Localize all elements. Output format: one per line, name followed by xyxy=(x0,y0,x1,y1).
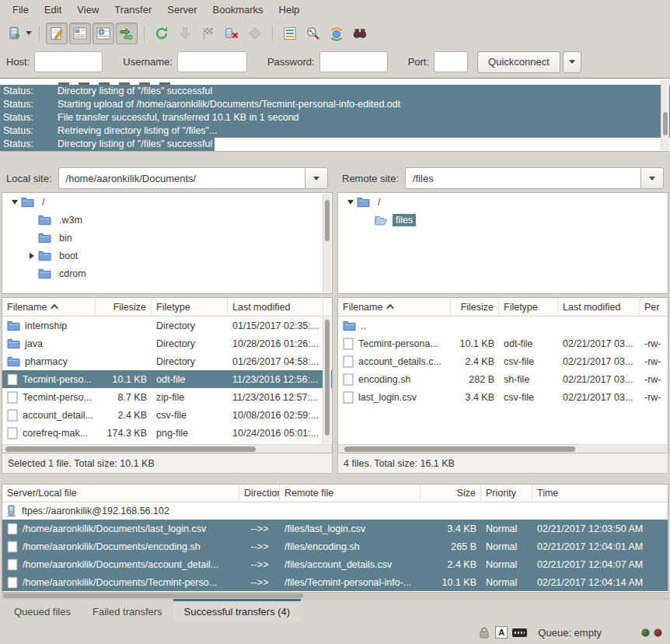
tree-item-files[interactable]: files xyxy=(338,211,668,229)
transfer-row[interactable]: /home/aaronkilik/Documents/last_login.cs… xyxy=(2,520,668,537)
file-row[interactable]: account_details.c...2.4 KBcsv-file02/21/… xyxy=(338,352,668,370)
local-site-dropdown-button[interactable] xyxy=(305,167,328,189)
disconnect-button[interactable] xyxy=(221,23,243,44)
directory-comparison-button[interactable] xyxy=(302,23,324,44)
file-row[interactable]: Tecmint-perso...8.7 KBzip-file11/23/2016… xyxy=(2,388,332,406)
column-header-per[interactable]: Per xyxy=(640,298,668,316)
scrollbar-thumb[interactable] xyxy=(5,446,256,452)
toggle-local-tree-button[interactable] xyxy=(69,23,91,44)
quickconnect-dropdown-button[interactable] xyxy=(563,51,581,73)
toggle-transfer-queue-button[interactable] xyxy=(116,23,138,44)
queue-column-header-server-local-file[interactable]: Server/Local file xyxy=(2,485,239,502)
file-row[interactable]: Tecmint-perso...10.1 KBodt-file11/23/201… xyxy=(2,370,332,388)
username-input[interactable] xyxy=(177,51,247,72)
log-row[interactable]: Status:Directory listing of "/files" suc… xyxy=(0,85,670,98)
synchronized-browsing-button[interactable] xyxy=(326,23,347,44)
directory-filter-button[interactable] xyxy=(279,23,301,44)
log-row[interactable]: Status:File transfer successful, transfe… xyxy=(0,111,670,124)
file-row[interactable]: internshipDirectory01/15/2017 02:35:... xyxy=(2,317,332,334)
remote-site-dropdown-button[interactable] xyxy=(640,167,664,189)
reconnect-button[interactable] xyxy=(244,23,266,44)
queue-server-row[interactable]: ftpes://aaronkilik@192.168.56.102 xyxy=(2,502,668,520)
file-row[interactable]: encoding.sh282 Bsh-file02/21/2017 03...-… xyxy=(338,370,668,388)
file-row[interactable]: last_login.csv3.4 KBcsv-file02/21/2017 0… xyxy=(338,388,668,406)
local-site-combo[interactable]: /home/aaronkilik/Documents/ xyxy=(58,167,328,189)
tree-item-[interactable]: / xyxy=(2,193,332,211)
find-files-button[interactable] xyxy=(349,23,371,44)
menu-item-bookmarks[interactable]: Bookmarks xyxy=(205,0,271,20)
scrollbar-thumb[interactable] xyxy=(3,593,303,598)
cancel-button[interactable] xyxy=(197,23,219,44)
local-site-value[interactable]: /home/aaronkilik/Documents/ xyxy=(58,167,305,189)
local-horizontal-scrollbar[interactable] xyxy=(2,444,332,453)
tree-vertical-scrollbar[interactable] xyxy=(323,194,331,292)
queue-column-header-priority[interactable]: Priority xyxy=(481,485,532,502)
remote-site-combo[interactable]: /files xyxy=(405,167,664,189)
folder-open-icon xyxy=(374,215,388,226)
speed-limit-icon[interactable] xyxy=(512,628,527,637)
log-row[interactable]: Status:Retrieving directory listing of "… xyxy=(0,124,670,138)
scrollbar-thumb[interactable] xyxy=(325,200,330,241)
port-input[interactable] xyxy=(434,51,468,72)
column-header-filetype[interactable]: Filetype xyxy=(152,298,228,316)
file-row[interactable]: .. xyxy=(338,317,668,334)
tree-expander-icon[interactable] xyxy=(26,253,38,259)
toggle-message-log-button[interactable] xyxy=(46,23,68,44)
menu-item-edit[interactable]: Edit xyxy=(37,0,69,20)
queue-horizontal-scrollbar[interactable] xyxy=(2,593,668,599)
process-queue-button[interactable] xyxy=(174,23,196,44)
host-input[interactable] xyxy=(34,51,103,72)
queue-column-header-size[interactable]: Size xyxy=(420,485,481,502)
queue-column-header-direction[interactable]: Direction xyxy=(239,485,280,502)
scrollbar-thumb[interactable] xyxy=(663,112,668,135)
tree-expander-icon[interactable] xyxy=(344,200,357,205)
refresh-button[interactable] xyxy=(151,23,173,44)
remote-site-value[interactable]: /files xyxy=(405,167,640,189)
file-row[interactable]: Tecmint-persona...10.1 KBodt-file02/21/2… xyxy=(338,334,668,352)
tree-item-bin[interactable]: bin xyxy=(2,229,332,247)
column-header-filesize[interactable]: Filesize xyxy=(451,298,499,316)
password-input[interactable] xyxy=(319,51,388,72)
tab-successful-transfers-4-[interactable]: Successful transfers (4) xyxy=(173,599,302,621)
file-row[interactable]: account_detail...2.4 KBcsv-file10/08/201… xyxy=(2,406,332,424)
queue-column-header-time[interactable]: Time xyxy=(532,485,668,502)
menu-item-file[interactable]: File xyxy=(5,0,37,20)
transfer-row[interactable]: /home/aaronkilik/Documents/account_detai… xyxy=(2,555,668,573)
tab-failed-transfers[interactable]: Failed transfers xyxy=(82,599,173,621)
scrollbar-thumb[interactable] xyxy=(325,320,330,436)
queue-column-header-remote-file[interactable]: Remote file xyxy=(280,485,420,502)
tree-item-[interactable]: / xyxy=(338,193,668,211)
column-header-filename[interactable]: Filename xyxy=(338,298,451,316)
column-header-filename[interactable]: Filename xyxy=(2,298,96,316)
menu-item-help[interactable]: Help xyxy=(271,0,308,20)
tree-item-boot[interactable]: boot xyxy=(2,247,332,264)
data-type-indicator-icon[interactable]: A xyxy=(495,626,508,639)
log-row[interactable]: Status:Starting upload of /home/aaronkil… xyxy=(0,98,670,111)
menu-item-server[interactable]: Server xyxy=(159,0,204,20)
transfer-row[interactable]: /home/aaronkilik/Documents/encoding.sh--… xyxy=(2,537,668,555)
log-status-label: Status: xyxy=(0,98,58,111)
transfer-row[interactable]: /home/aaronkilik/Documents/Tecmint-perso… xyxy=(2,573,668,591)
lock-icon[interactable] xyxy=(478,627,490,639)
tree-expander-icon[interactable] xyxy=(9,200,21,205)
tree-item-w3m[interactable]: .w3m xyxy=(2,211,332,229)
log-vertical-scrollbar[interactable] xyxy=(661,79,669,150)
log-row[interactable]: Status:Directory listing of "/files" suc… xyxy=(0,138,670,151)
column-header-filetype[interactable]: Filetype xyxy=(499,298,558,316)
file-row[interactable]: corefreq-mak...174.3 KBpng-file10/24/201… xyxy=(2,424,332,442)
menu-item-transfer[interactable]: Transfer xyxy=(106,0,159,20)
file-row[interactable]: pharmacyDirectory01/26/2017 04:58:... xyxy=(2,352,332,370)
column-header-filesize[interactable]: Filesize xyxy=(96,298,152,316)
column-header-last-modified[interactable]: Last modified xyxy=(558,298,640,316)
remote-horizontal-scrollbar[interactable] xyxy=(338,444,668,453)
toggle-remote-tree-button[interactable] xyxy=(92,23,114,44)
menu-item-view[interactable]: View xyxy=(69,0,106,20)
quickconnect-button[interactable]: Quickconnect xyxy=(477,51,560,73)
list-vertical-scrollbar[interactable] xyxy=(323,317,331,443)
column-header-last-modified[interactable]: Last modified xyxy=(228,298,323,316)
tab-queued-files[interactable]: Queued files xyxy=(3,599,82,621)
tree-item-cdrom[interactable]: cdrom xyxy=(2,264,332,282)
scrollbar-thumb[interactable] xyxy=(344,446,575,452)
site-manager-button[interactable] xyxy=(5,23,33,44)
file-row[interactable]: javaDirectory10/28/2016 01:26:... xyxy=(2,334,332,352)
